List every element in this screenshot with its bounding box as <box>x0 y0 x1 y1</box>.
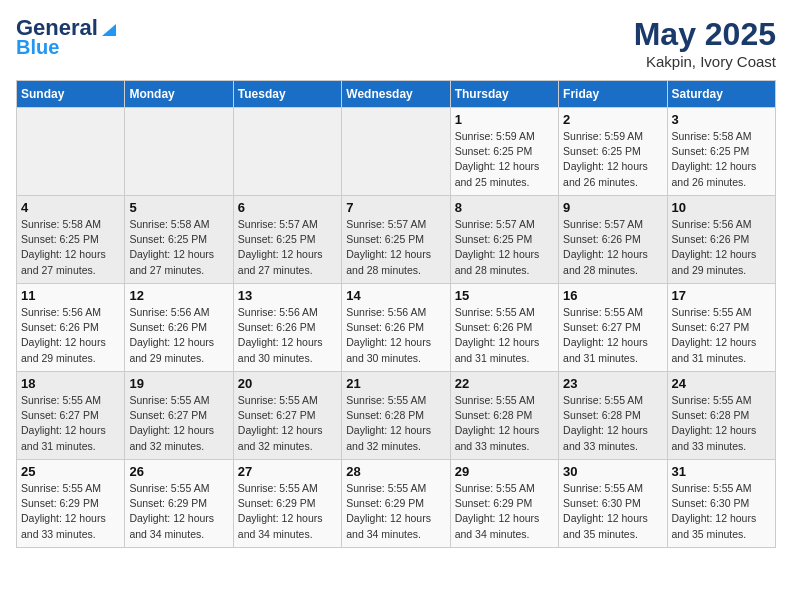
day-detail: Sunrise: 5:55 AM Sunset: 6:27 PM Dayligh… <box>21 393 120 454</box>
day-number: 15 <box>455 288 554 303</box>
calendar-cell: 23Sunrise: 5:55 AM Sunset: 6:28 PM Dayli… <box>559 372 667 460</box>
calendar-week-4: 18Sunrise: 5:55 AM Sunset: 6:27 PM Dayli… <box>17 372 776 460</box>
day-detail: Sunrise: 5:55 AM Sunset: 6:28 PM Dayligh… <box>455 393 554 454</box>
calendar-cell: 4Sunrise: 5:58 AM Sunset: 6:25 PM Daylig… <box>17 196 125 284</box>
day-number: 19 <box>129 376 228 391</box>
calendar-cell: 7Sunrise: 5:57 AM Sunset: 6:25 PM Daylig… <box>342 196 450 284</box>
calendar-cell: 27Sunrise: 5:55 AM Sunset: 6:29 PM Dayli… <box>233 460 341 548</box>
calendar-cell: 14Sunrise: 5:56 AM Sunset: 6:26 PM Dayli… <box>342 284 450 372</box>
day-detail: Sunrise: 5:56 AM Sunset: 6:26 PM Dayligh… <box>346 305 445 366</box>
day-number: 27 <box>238 464 337 479</box>
day-number: 28 <box>346 464 445 479</box>
location-title: Kakpin, Ivory Coast <box>634 53 776 70</box>
day-detail: Sunrise: 5:58 AM Sunset: 6:25 PM Dayligh… <box>21 217 120 278</box>
day-number: 29 <box>455 464 554 479</box>
calendar-cell: 24Sunrise: 5:55 AM Sunset: 6:28 PM Dayli… <box>667 372 775 460</box>
day-number: 21 <box>346 376 445 391</box>
calendar-cell: 9Sunrise: 5:57 AM Sunset: 6:26 PM Daylig… <box>559 196 667 284</box>
day-number: 26 <box>129 464 228 479</box>
calendar-cell: 2Sunrise: 5:59 AM Sunset: 6:25 PM Daylig… <box>559 108 667 196</box>
day-detail: Sunrise: 5:56 AM Sunset: 6:26 PM Dayligh… <box>238 305 337 366</box>
calendar-cell: 5Sunrise: 5:58 AM Sunset: 6:25 PM Daylig… <box>125 196 233 284</box>
day-number: 10 <box>672 200 771 215</box>
logo: General Blue <box>16 16 118 58</box>
calendar-cell: 25Sunrise: 5:55 AM Sunset: 6:29 PM Dayli… <box>17 460 125 548</box>
calendar-cell: 10Sunrise: 5:56 AM Sunset: 6:26 PM Dayli… <box>667 196 775 284</box>
day-number: 3 <box>672 112 771 127</box>
day-number: 12 <box>129 288 228 303</box>
day-detail: Sunrise: 5:59 AM Sunset: 6:25 PM Dayligh… <box>563 129 662 190</box>
day-number: 11 <box>21 288 120 303</box>
day-detail: Sunrise: 5:55 AM Sunset: 6:28 PM Dayligh… <box>563 393 662 454</box>
day-number: 5 <box>129 200 228 215</box>
day-number: 7 <box>346 200 445 215</box>
calendar-cell <box>342 108 450 196</box>
calendar-cell: 26Sunrise: 5:55 AM Sunset: 6:29 PM Dayli… <box>125 460 233 548</box>
day-detail: Sunrise: 5:55 AM Sunset: 6:27 PM Dayligh… <box>129 393 228 454</box>
day-number: 8 <box>455 200 554 215</box>
day-detail: Sunrise: 5:57 AM Sunset: 6:25 PM Dayligh… <box>455 217 554 278</box>
day-detail: Sunrise: 5:55 AM Sunset: 6:28 PM Dayligh… <box>672 393 771 454</box>
day-number: 9 <box>563 200 662 215</box>
calendar-cell <box>17 108 125 196</box>
svg-marker-0 <box>102 24 116 36</box>
day-detail: Sunrise: 5:55 AM Sunset: 6:29 PM Dayligh… <box>238 481 337 542</box>
calendar-cell <box>125 108 233 196</box>
day-number: 17 <box>672 288 771 303</box>
calendar-cell: 16Sunrise: 5:55 AM Sunset: 6:27 PM Dayli… <box>559 284 667 372</box>
day-number: 18 <box>21 376 120 391</box>
day-detail: Sunrise: 5:56 AM Sunset: 6:26 PM Dayligh… <box>129 305 228 366</box>
calendar-cell: 13Sunrise: 5:56 AM Sunset: 6:26 PM Dayli… <box>233 284 341 372</box>
day-detail: Sunrise: 5:59 AM Sunset: 6:25 PM Dayligh… <box>455 129 554 190</box>
calendar-week-2: 4Sunrise: 5:58 AM Sunset: 6:25 PM Daylig… <box>17 196 776 284</box>
day-number: 14 <box>346 288 445 303</box>
day-detail: Sunrise: 5:55 AM Sunset: 6:28 PM Dayligh… <box>346 393 445 454</box>
day-number: 6 <box>238 200 337 215</box>
title-area: May 2025 Kakpin, Ivory Coast <box>634 16 776 70</box>
day-detail: Sunrise: 5:58 AM Sunset: 6:25 PM Dayligh… <box>129 217 228 278</box>
calendar-cell: 31Sunrise: 5:55 AM Sunset: 6:30 PM Dayli… <box>667 460 775 548</box>
day-number: 30 <box>563 464 662 479</box>
calendar-cell: 15Sunrise: 5:55 AM Sunset: 6:26 PM Dayli… <box>450 284 558 372</box>
calendar-cell: 21Sunrise: 5:55 AM Sunset: 6:28 PM Dayli… <box>342 372 450 460</box>
calendar-cell: 17Sunrise: 5:55 AM Sunset: 6:27 PM Dayli… <box>667 284 775 372</box>
day-number: 22 <box>455 376 554 391</box>
day-detail: Sunrise: 5:55 AM Sunset: 6:30 PM Dayligh… <box>672 481 771 542</box>
day-detail: Sunrise: 5:55 AM Sunset: 6:30 PM Dayligh… <box>563 481 662 542</box>
calendar-body: 1Sunrise: 5:59 AM Sunset: 6:25 PM Daylig… <box>17 108 776 548</box>
calendar-cell: 19Sunrise: 5:55 AM Sunset: 6:27 PM Dayli… <box>125 372 233 460</box>
day-detail: Sunrise: 5:55 AM Sunset: 6:29 PM Dayligh… <box>129 481 228 542</box>
calendar-cell <box>233 108 341 196</box>
day-detail: Sunrise: 5:55 AM Sunset: 6:29 PM Dayligh… <box>455 481 554 542</box>
day-number: 2 <box>563 112 662 127</box>
calendar-header-thursday: Thursday <box>450 81 558 108</box>
day-number: 4 <box>21 200 120 215</box>
calendar-header-saturday: Saturday <box>667 81 775 108</box>
calendar-cell: 12Sunrise: 5:56 AM Sunset: 6:26 PM Dayli… <box>125 284 233 372</box>
calendar-cell: 28Sunrise: 5:55 AM Sunset: 6:29 PM Dayli… <box>342 460 450 548</box>
day-detail: Sunrise: 5:58 AM Sunset: 6:25 PM Dayligh… <box>672 129 771 190</box>
calendar-cell: 30Sunrise: 5:55 AM Sunset: 6:30 PM Dayli… <box>559 460 667 548</box>
day-detail: Sunrise: 5:57 AM Sunset: 6:26 PM Dayligh… <box>563 217 662 278</box>
calendar-header-monday: Monday <box>125 81 233 108</box>
calendar-cell: 29Sunrise: 5:55 AM Sunset: 6:29 PM Dayli… <box>450 460 558 548</box>
calendar-cell: 22Sunrise: 5:55 AM Sunset: 6:28 PM Dayli… <box>450 372 558 460</box>
calendar-header-sunday: Sunday <box>17 81 125 108</box>
calendar-cell: 3Sunrise: 5:58 AM Sunset: 6:25 PM Daylig… <box>667 108 775 196</box>
calendar-header-wednesday: Wednesday <box>342 81 450 108</box>
day-number: 20 <box>238 376 337 391</box>
calendar-cell: 6Sunrise: 5:57 AM Sunset: 6:25 PM Daylig… <box>233 196 341 284</box>
calendar-header-tuesday: Tuesday <box>233 81 341 108</box>
logo-icon <box>100 20 118 38</box>
day-detail: Sunrise: 5:55 AM Sunset: 6:27 PM Dayligh… <box>672 305 771 366</box>
calendar-header-row: SundayMondayTuesdayWednesdayThursdayFrid… <box>17 81 776 108</box>
calendar-header-friday: Friday <box>559 81 667 108</box>
day-number: 1 <box>455 112 554 127</box>
day-detail: Sunrise: 5:57 AM Sunset: 6:25 PM Dayligh… <box>238 217 337 278</box>
day-number: 25 <box>21 464 120 479</box>
day-number: 16 <box>563 288 662 303</box>
calendar-table: SundayMondayTuesdayWednesdayThursdayFrid… <box>16 80 776 548</box>
calendar-cell: 1Sunrise: 5:59 AM Sunset: 6:25 PM Daylig… <box>450 108 558 196</box>
calendar-cell: 18Sunrise: 5:55 AM Sunset: 6:27 PM Dayli… <box>17 372 125 460</box>
page-header: General Blue May 2025 Kakpin, Ivory Coas… <box>16 16 776 70</box>
